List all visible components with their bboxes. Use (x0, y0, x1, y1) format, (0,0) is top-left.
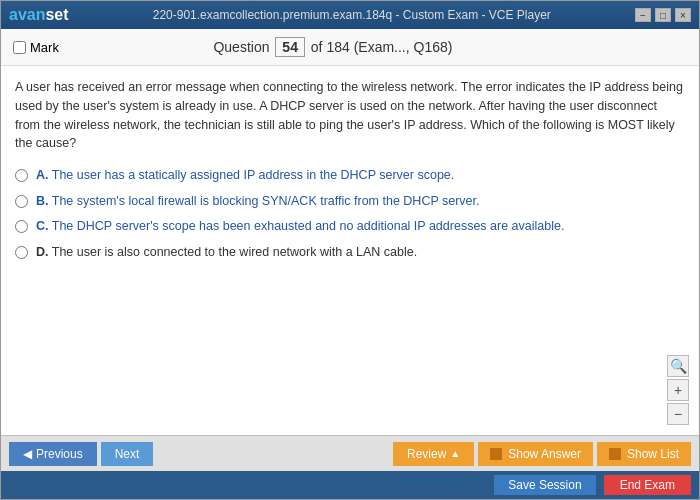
window-title: 220-901.examcollection.premium.exam.184q… (69, 8, 635, 22)
question-body: A user has received an error message whe… (1, 66, 699, 435)
option-item[interactable]: B. The system's local firewall is blocki… (15, 193, 685, 211)
option-radio-0[interactable] (15, 169, 28, 182)
question-text: A user has received an error message whe… (15, 78, 685, 153)
option-radio-3[interactable] (15, 246, 28, 259)
options-list: A. The user has a statically assigned IP… (15, 167, 685, 261)
option-item[interactable]: A. The user has a statically assigned IP… (15, 167, 685, 185)
question-of-label: of 184 (Exam..., Q168) (311, 39, 453, 55)
show-answer-button[interactable]: Show Answer (478, 442, 593, 466)
bottom-toolbar: ◀ Previous Next Review ▲ Show Answer Sho… (1, 435, 699, 471)
footer-bar: Save Session End Exam (1, 471, 699, 499)
previous-label: Previous (36, 447, 83, 461)
window-controls[interactable]: − □ × (635, 8, 691, 22)
mark-checkbox[interactable]: Mark (13, 40, 59, 55)
title-bar: avanset 220-901.examcollection.premium.e… (1, 1, 699, 29)
end-exam-label: End Exam (620, 478, 675, 492)
end-exam-button[interactable]: End Exam (604, 475, 691, 495)
prev-arrow-icon: ◀ (23, 447, 32, 461)
review-label: Review (407, 447, 446, 461)
content-area: Mark Question 54 of 184 (Exam..., Q168) … (1, 29, 699, 435)
review-arrow-icon: ▲ (450, 448, 460, 459)
zoom-out-button[interactable]: − (667, 403, 689, 425)
mark-input[interactable] (13, 41, 26, 54)
zoom-in-button[interactable]: + (667, 379, 689, 401)
show-list-button[interactable]: Show List (597, 442, 691, 466)
next-label: Next (115, 447, 140, 461)
previous-button[interactable]: ◀ Previous (9, 442, 97, 466)
question-info: Question 54 of 184 (Exam..., Q168) (213, 37, 452, 57)
option-text-2: C. The DHCP server's scope has been exha… (36, 218, 564, 236)
question-header: Mark Question 54 of 184 (Exam..., Q168) (1, 29, 699, 66)
zoom-controls: 🔍 + − (667, 355, 689, 425)
mark-label: Mark (30, 40, 59, 55)
option-item[interactable]: C. The DHCP server's scope has been exha… (15, 218, 685, 236)
save-session-button[interactable]: Save Session (494, 475, 595, 495)
save-session-label: Save Session (508, 478, 581, 492)
show-list-label: Show List (627, 447, 679, 461)
minimize-button[interactable]: − (635, 8, 651, 22)
logo-first: avan (9, 6, 45, 23)
logo: avanset (9, 6, 69, 24)
review-button[interactable]: Review ▲ (393, 442, 474, 466)
option-item[interactable]: D. The user is also connected to the wir… (15, 244, 685, 262)
close-button[interactable]: × (675, 8, 691, 22)
show-answer-icon (490, 448, 502, 460)
show-list-icon (609, 448, 621, 460)
show-answer-label: Show Answer (508, 447, 581, 461)
option-text-3: D. The user is also connected to the wir… (36, 244, 417, 262)
zoom-search-button[interactable]: 🔍 (667, 355, 689, 377)
question-label: Question (213, 39, 269, 55)
option-radio-2[interactable] (15, 220, 28, 233)
option-radio-1[interactable] (15, 195, 28, 208)
question-number: 54 (275, 37, 305, 57)
option-text-1: B. The system's local firewall is blocki… (36, 193, 480, 211)
logo-second: set (45, 6, 68, 23)
next-button[interactable]: Next (101, 442, 154, 466)
maximize-button[interactable]: □ (655, 8, 671, 22)
option-text-0: A. The user has a statically assigned IP… (36, 167, 454, 185)
